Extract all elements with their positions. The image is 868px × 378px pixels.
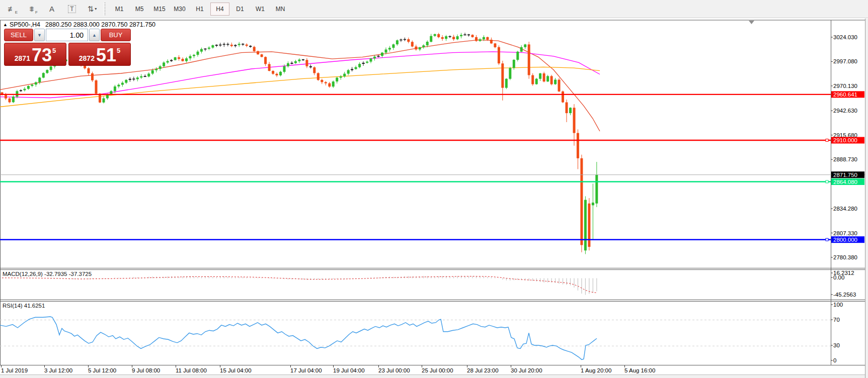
candlesticks [1, 33, 598, 254]
svg-text:0: 0 [833, 357, 836, 363]
sell-price-big-figure: 2871 [15, 55, 30, 62]
svg-text:2910.000: 2910.000 [833, 137, 857, 143]
rsi-line [0, 317, 597, 359]
sell-price-pipette: 5 [52, 47, 56, 54]
chart-header: ▲SP500-,H42880.250 2883.000 2870.750 287… [3, 21, 155, 28]
svg-text:2960.641: 2960.641 [833, 91, 857, 98]
svg-text:0.00: 0.00 [833, 274, 844, 280]
buy-price-pips: 51 [96, 47, 116, 63]
line-handle[interactable] [826, 139, 828, 142]
svg-text:2871.750: 2871.750 [833, 172, 857, 178]
sell-button[interactable]: SELL [4, 29, 33, 41]
svg-text:100: 100 [833, 302, 843, 308]
svg-text:15 Jul 04:00: 15 Jul 04:00 [220, 367, 252, 373]
svg-text:5 Aug 16:00: 5 Aug 16:00 [624, 367, 655, 373]
svg-text:5 Jul 12:00: 5 Jul 12:00 [88, 367, 116, 373]
svg-text:17 Jul 04:00: 17 Jul 04:00 [290, 367, 322, 373]
svg-text:-45.2563: -45.2563 [833, 292, 856, 298]
svg-text:9 Jul 08:00: 9 Jul 08:00 [132, 367, 160, 373]
mt4-window: { "toolbar": { "icons": [ {"name":"inser… [0, 0, 868, 378]
price-axis[interactable]: 3024.0302997.0802970.1302942.6302915.680… [831, 34, 864, 260]
svg-text:28 Jul 23:00: 28 Jul 23:00 [467, 367, 499, 373]
svg-text:1 Aug 20:00: 1 Aug 20:00 [581, 367, 611, 373]
svg-text:2780.380: 2780.380 [833, 254, 857, 260]
svg-text:19 Jul 04:00: 19 Jul 04:00 [333, 367, 365, 373]
svg-text:2807.330: 2807.330 [833, 230, 857, 236]
line-handle[interactable] [826, 238, 828, 241]
buy-quote-box[interactable]: 2872515 [68, 43, 131, 66]
svg-text:30 Jul 20:00: 30 Jul 20:00 [511, 367, 542, 373]
svg-text:2888.730: 2888.730 [833, 156, 857, 162]
macd-panel: 16.23120.00-45.2563 [2, 270, 856, 298]
sell-quote-box[interactable]: 2871735 [4, 43, 66, 66]
time-axis[interactable]: 1 Jul 20193 Jul 12:005 Jul 12:009 Jul 08… [1, 365, 655, 373]
svg-text:11 Jul 08:00: 11 Jul 08:00 [176, 367, 207, 373]
svg-text:2970.130: 2970.130 [833, 83, 857, 89]
svg-text:70: 70 [833, 317, 840, 323]
svg-text:2864.080: 2864.080 [833, 179, 857, 185]
svg-text:2834.280: 2834.280 [833, 206, 857, 212]
buy-price-big-figure: 2872 [79, 55, 95, 62]
svg-text:2997.080: 2997.080 [833, 58, 857, 64]
line-handle[interactable] [826, 180, 828, 183]
buy-button[interactable]: BUY [101, 29, 131, 41]
volume-increase-button[interactable]: ▲ [89, 29, 100, 41]
svg-text:1 Jul 2019: 1 Jul 2019 [1, 367, 28, 373]
buy-price-pipette: 5 [117, 47, 120, 54]
one-click-trading-panel: SELL ▼ 1.00 ▲ BUY 2871735 2872515 [4, 29, 131, 66]
sell-price-pips: 73 [32, 47, 52, 63]
scroll-to-end-marker[interactable] [749, 21, 754, 24]
svg-text:2800.000: 2800.000 [833, 237, 857, 243]
symbol-period-label: SP500-,H4 [10, 21, 40, 28]
collapse-triangle-icon[interactable]: ▲ [3, 22, 8, 27]
svg-text:3024.030: 3024.030 [833, 34, 857, 40]
svg-text:25 Jul 00:00: 25 Jul 00:00 [422, 367, 453, 373]
svg-text:30: 30 [833, 342, 840, 348]
ohlc-values: 2880.250 2883.000 2870.750 2871.750 [45, 21, 155, 28]
horizontal-lines [0, 94, 865, 241]
volume-input[interactable]: 1.00 [46, 29, 88, 41]
svg-text:2942.630: 2942.630 [833, 108, 857, 114]
svg-text:23 Jul 00:00: 23 Jul 00:00 [378, 367, 410, 373]
volume-decrease-button[interactable]: ▼ [34, 29, 45, 41]
svg-text:3 Jul 12:00: 3 Jul 12:00 [44, 367, 72, 373]
rsi-panel: 10070300 [0, 302, 843, 363]
